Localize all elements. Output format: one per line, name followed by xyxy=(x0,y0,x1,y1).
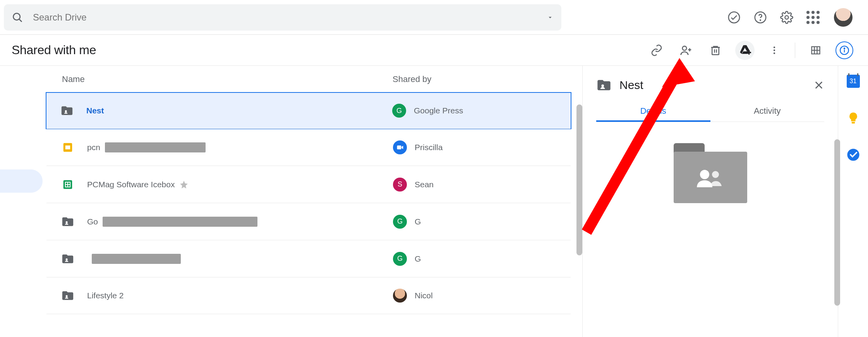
details-panel-scrollbar[interactable] xyxy=(834,139,840,306)
grid-view-toggle-icon[interactable] xyxy=(806,41,825,60)
shared-folder-icon xyxy=(60,288,75,303)
file-name: pcn xyxy=(87,143,100,152)
action-bar: Shared with me xyxy=(0,35,868,66)
file-row[interactable]: Go G G xyxy=(46,203,571,240)
left-nav-gutter xyxy=(0,66,46,337)
shared-folder-icon xyxy=(60,251,75,267)
file-name: Go xyxy=(87,217,98,226)
shared-by-cell: G G xyxy=(393,215,421,229)
close-details-icon[interactable] xyxy=(813,80,824,91)
svg-point-33 xyxy=(66,258,68,260)
tasks-app-icon[interactable] xyxy=(846,147,861,163)
file-row[interactable]: Lifestyle 2 Nicol xyxy=(46,277,571,314)
shared-by-name: G xyxy=(415,254,421,263)
svg-point-41 xyxy=(847,149,859,161)
details-panel-tabs: Details Activity xyxy=(596,101,824,122)
more-actions-icon[interactable] xyxy=(765,41,784,60)
svg-point-23 xyxy=(844,48,845,49)
star-icon[interactable] xyxy=(179,180,189,189)
search-icon xyxy=(12,12,23,23)
svg-point-32 xyxy=(66,221,68,223)
shared-by-name: Sean xyxy=(415,180,434,189)
details-preview xyxy=(596,143,824,203)
search-box[interactable] xyxy=(4,4,561,31)
column-header-shared-by[interactable]: Shared by xyxy=(393,74,571,84)
sheets-icon xyxy=(60,177,75,192)
svg-rect-26 xyxy=(65,145,70,149)
svg-rect-13 xyxy=(748,50,750,55)
svg-point-39 xyxy=(712,171,719,178)
file-row[interactable]: Nest G Google Press xyxy=(46,92,571,129)
shared-by-cell: G G xyxy=(393,252,421,266)
file-name: Nest xyxy=(86,106,104,115)
file-list-scrollbar[interactable] xyxy=(576,104,582,255)
redacted-text xyxy=(105,142,206,152)
file-list: Name Shared by Nest G Google Press pcn P… xyxy=(46,66,582,337)
svg-rect-27 xyxy=(397,145,401,149)
settings-gear-icon[interactable] xyxy=(777,8,796,27)
shared-by-cell: Nicol xyxy=(393,289,433,303)
search-input[interactable] xyxy=(33,12,547,23)
account-avatar[interactable] xyxy=(834,8,853,27)
svg-point-0 xyxy=(13,13,20,20)
shared-by-name: Google Press xyxy=(414,106,463,115)
column-header-name[interactable]: Name xyxy=(62,74,393,84)
svg-point-24 xyxy=(65,110,67,112)
file-name: PCMag Software Icebox xyxy=(87,180,175,189)
trash-icon[interactable] xyxy=(706,41,725,60)
page-title: Shared with me xyxy=(12,43,96,57)
file-name: Lifestyle 2 xyxy=(87,291,124,300)
redacted-text xyxy=(92,254,181,264)
shared-by-cell: G Google Press xyxy=(392,104,463,118)
details-panel: Nest Details Activity xyxy=(582,66,838,337)
calendar-day-number: 31 xyxy=(850,78,857,85)
file-row[interactable]: G G xyxy=(46,240,571,277)
tab-activity[interactable]: Activity xyxy=(710,101,825,121)
svg-point-6 xyxy=(683,46,687,50)
shared-folder-icon xyxy=(59,103,75,118)
shared-by-name: Nicol xyxy=(415,291,433,300)
shared-by-name: G xyxy=(415,217,421,226)
folder-preview-icon xyxy=(674,143,747,203)
svg-point-14 xyxy=(774,46,775,48)
svg-point-34 xyxy=(66,295,68,297)
calendar-app-icon[interactable]: 31 xyxy=(846,74,861,89)
get-link-icon[interactable] xyxy=(647,41,666,60)
google-apps-icon[interactable] xyxy=(804,8,822,27)
shared-by-cell: Priscilla xyxy=(393,140,443,154)
svg-line-1 xyxy=(19,19,22,22)
top-bar xyxy=(0,0,868,35)
shared-by-cell: S Sean xyxy=(393,178,434,192)
file-list-header: Name Shared by xyxy=(46,66,571,93)
view-details-info-icon[interactable] xyxy=(835,41,853,59)
share-person-add-icon[interactable] xyxy=(676,41,696,60)
svg-point-15 xyxy=(774,49,775,51)
left-nav-active-pill[interactable] xyxy=(0,169,43,193)
shared-by-name: Priscilla xyxy=(415,143,443,152)
slides-icon xyxy=(60,140,75,155)
svg-point-5 xyxy=(785,15,788,19)
svg-point-16 xyxy=(774,52,775,54)
search-options-caret-icon[interactable] xyxy=(547,14,554,21)
keep-app-icon[interactable] xyxy=(846,110,861,126)
svg-point-4 xyxy=(760,20,761,21)
tab-details[interactable]: Details xyxy=(596,101,710,121)
svg-rect-9 xyxy=(712,47,719,55)
redacted-text xyxy=(103,217,257,227)
shared-folder-icon xyxy=(60,214,75,229)
file-row[interactable]: pcn Priscilla xyxy=(46,128,571,166)
main-area: Name Shared by Nest G Google Press pcn P… xyxy=(0,66,868,337)
svg-rect-40 xyxy=(851,122,855,123)
shared-folder-icon xyxy=(596,77,612,93)
offline-ready-icon[interactable] xyxy=(725,8,743,27)
svg-point-2 xyxy=(729,12,739,22)
details-panel-title: Nest xyxy=(619,79,643,92)
file-row[interactable]: PCMag Software Icebox S Sean xyxy=(46,166,571,203)
help-icon[interactable] xyxy=(751,8,770,27)
action-bar-divider xyxy=(795,43,795,58)
add-to-drive-icon[interactable] xyxy=(735,41,755,60)
svg-point-35 xyxy=(601,84,604,87)
side-panel: 31 xyxy=(838,66,868,337)
svg-point-38 xyxy=(700,170,709,179)
